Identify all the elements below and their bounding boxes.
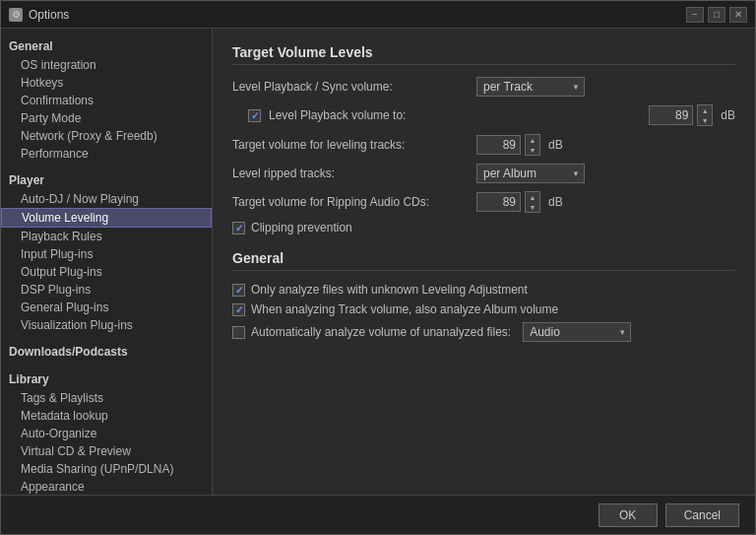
sidebar-item-tags-playlists[interactable]: Tags & Playlists [1, 389, 212, 407]
sidebar-item-metadata-lookup[interactable]: Metadata lookup [1, 407, 212, 425]
content-area: General OS integration Hotkeys Confirmat… [1, 29, 755, 495]
section-title-general: General [232, 250, 735, 271]
sidebar-group-downloads: Downloads/Podcasts [1, 338, 212, 366]
close-button[interactable]: ✕ [729, 7, 747, 23]
level-playback-checkbox-label: Level Playback volume to: [269, 108, 641, 122]
clipping-row: Clipping prevention [232, 221, 735, 234]
sidebar-item-confirmations[interactable]: Confirmations [1, 92, 212, 109]
minimize-button[interactable]: − [686, 7, 704, 23]
level-playback-checkbox-row: Level Playback volume to: ▲ ▼ dB [232, 104, 735, 126]
sidebar-item-auto-dj[interactable]: Auto-DJ / Now Playing [1, 190, 212, 208]
target-ripping-row: Target volume for Ripping Audio CDs: ▲ ▼… [232, 191, 735, 213]
level-ripped-row: Level ripped tracks: per Album per Track… [232, 164, 735, 183]
target-ripping-spin-up[interactable]: ▲ [526, 192, 539, 202]
level-ripped-dropdown-wrapper: per Album per Track Off [476, 164, 585, 183]
title-bar: ⚙ Options − □ ✕ [1, 1, 755, 29]
level-playback-checkbox[interactable] [248, 109, 261, 122]
general-check2-checkbox[interactable] [232, 303, 245, 316]
sidebar-item-party-mode[interactable]: Party Mode [1, 109, 212, 127]
general-check2-row: When analyzing Track volume, also analyz… [232, 302, 735, 316]
target-leveling-unit: dB [548, 138, 563, 152]
cancel-button[interactable]: Cancel [665, 503, 739, 527]
footer: OK Cancel [1, 495, 755, 534]
level-playback-value-wrapper: ▲ ▼ [649, 104, 713, 126]
target-leveling-value-wrapper: ▲ ▼ [476, 134, 540, 156]
sidebar-item-performance[interactable]: Performance [1, 145, 212, 163]
sidebar-item-network[interactable]: Network (Proxy & Freedb) [1, 127, 212, 145]
level-playback-unit: dB [721, 108, 735, 122]
ok-button[interactable]: OK [598, 503, 658, 527]
sidebar-item-visualization-plugins[interactable]: Visualization Plug-ins [1, 316, 212, 334]
target-ripping-unit: dB [548, 195, 563, 209]
general-check3-row: Automatically analyze volume of unanalyz… [232, 322, 735, 342]
sidebar-group-label-library: Library [1, 369, 212, 389]
target-leveling-spinners: ▲ ▼ [525, 134, 540, 156]
sidebar-item-virtual-cd[interactable]: Virtual CD & Preview [1, 442, 212, 460]
sidebar-group-player: Player Auto-DJ / Now Playing Volume Leve… [1, 167, 212, 338]
target-leveling-input[interactable] [476, 135, 521, 155]
window-icon: ⚙ [9, 8, 23, 22]
level-playback-dropdown[interactable]: per Track per Album Off [476, 77, 585, 97]
sidebar-group-library: Library Tags & Playlists Metadata lookup… [1, 366, 212, 495]
target-leveling-spin-up[interactable]: ▲ [526, 135, 539, 145]
target-ripping-spinners: ▲ ▼ [525, 191, 540, 213]
level-playback-dropdown-wrapper: per Track per Album Off [476, 77, 585, 97]
sidebar: General OS integration Hotkeys Confirmat… [1, 29, 213, 495]
target-ripping-spin-down[interactable]: ▼ [526, 202, 539, 212]
clipping-label: Clipping prevention [251, 221, 352, 234]
level-playback-input[interactable] [649, 105, 693, 125]
sidebar-item-appearance[interactable]: Appearance [1, 478, 212, 495]
sidebar-group-label-general: General [1, 36, 212, 56]
level-playback-spin-up[interactable]: ▲ [698, 105, 712, 115]
target-ripping-input[interactable] [476, 192, 521, 212]
target-leveling-row: Target volume for leveling tracks: ▲ ▼ d… [232, 134, 735, 156]
general-check3-checkbox[interactable] [232, 326, 245, 339]
target-leveling-label: Target volume for leveling tracks: [232, 138, 469, 152]
general-check1-checkbox[interactable] [232, 284, 245, 297]
clipping-checkbox[interactable] [232, 222, 245, 234]
level-playback-sync-row: Level Playback / Sync volume: per Track … [232, 77, 735, 97]
options-window: ⚙ Options − □ ✕ General OS integration H… [0, 0, 756, 535]
window-title: Options [29, 8, 69, 22]
sidebar-item-os-integration[interactable]: OS integration [1, 56, 212, 74]
level-playback-spinners: ▲ ▼ [697, 104, 713, 126]
level-playback-spin-down[interactable]: ▼ [698, 115, 712, 125]
section-title-volume: Target Volume Levels [232, 44, 735, 65]
sidebar-item-playback-rules[interactable]: Playback Rules [1, 228, 212, 245]
general-check1-label: Only analyze files with unknown Leveling… [251, 283, 528, 297]
auto-analyze-dropdown-wrapper: Audio Video All [523, 322, 631, 342]
sidebar-group-general: General OS integration Hotkeys Confirmat… [1, 33, 212, 167]
sidebar-group-label-player: Player [1, 170, 212, 190]
level-playback-sync-label: Level Playback / Sync volume: [232, 80, 469, 94]
sidebar-item-output-plugins[interactable]: Output Plug-ins [1, 263, 212, 281]
main-content: Target Volume Levels Level Playback / Sy… [213, 29, 755, 495]
title-bar-left: ⚙ Options [9, 8, 69, 22]
sidebar-item-auto-organize[interactable]: Auto-Organize [1, 425, 212, 442]
target-ripping-value-wrapper: ▲ ▼ [476, 191, 540, 213]
title-bar-controls: − □ ✕ [686, 7, 747, 23]
general-check3-label: Automatically analyze volume of unanalyz… [251, 325, 511, 339]
general-check1-row: Only analyze files with unknown Leveling… [232, 283, 735, 297]
target-ripping-label: Target volume for Ripping Audio CDs: [232, 195, 469, 209]
sidebar-item-media-sharing[interactable]: Media Sharing (UPnP/DLNA) [1, 460, 212, 478]
sidebar-item-dsp-plugins[interactable]: DSP Plug-ins [1, 281, 212, 299]
general-check2-label: When analyzing Track volume, also analyz… [251, 302, 558, 316]
sidebar-item-volume-leveling[interactable]: Volume Leveling [1, 208, 212, 228]
maximize-button[interactable]: □ [708, 7, 725, 23]
sidebar-item-input-plugins[interactable]: Input Plug-ins [1, 245, 212, 263]
level-ripped-dropdown[interactable]: per Album per Track Off [476, 164, 585, 183]
auto-analyze-dropdown[interactable]: Audio Video All [523, 322, 631, 342]
level-ripped-label: Level ripped tracks: [232, 167, 469, 180]
sidebar-item-general-plugins[interactable]: General Plug-ins [1, 299, 212, 316]
sidebar-item-hotkeys[interactable]: Hotkeys [1, 74, 212, 92]
sidebar-group-label-downloads: Downloads/Podcasts [1, 342, 212, 362]
target-leveling-spin-down[interactable]: ▼ [526, 145, 539, 155]
